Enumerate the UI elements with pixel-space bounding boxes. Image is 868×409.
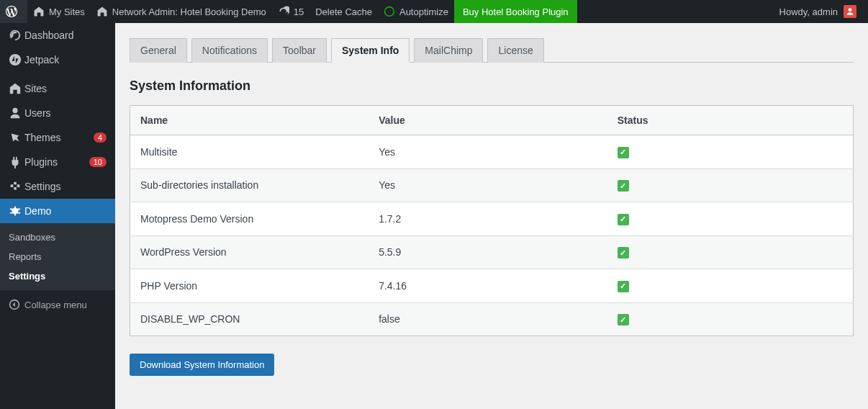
themes-icon	[9, 131, 24, 144]
cell-status: ✓	[607, 269, 854, 303]
sidebar-submenu-demo: Sandboxes Reports Settings	[0, 223, 115, 290]
themes-badge: 4	[94, 132, 107, 143]
wordpress-icon	[6, 6, 17, 17]
cell-status: ✓	[607, 235, 854, 269]
buy-plugin-label: Buy Hotel Booking Plugin	[463, 6, 569, 17]
sidebar-item-demo[interactable]: Demo	[0, 199, 115, 223]
table-row: WordPress Version5.5.9✓	[130, 235, 854, 269]
tab-general[interactable]: General	[130, 38, 187, 63]
tab-notifications[interactable]: Notifications	[191, 38, 268, 63]
system-info-table: Name Value Status MultisiteYes✓Sub-direc…	[130, 105, 854, 336]
settings-icon	[9, 180, 24, 193]
avatar	[844, 5, 856, 18]
check-icon: ✓	[618, 180, 629, 192]
demo-icon	[9, 204, 24, 217]
table-header-status: Status	[607, 106, 854, 135]
updates-count: 15	[294, 6, 304, 17]
table-row: MultisiteYes✓	[130, 135, 854, 169]
table-header-value: Value	[369, 106, 607, 135]
table-header-name: Name	[130, 106, 369, 135]
sidebar-item-settings[interactable]: Settings	[0, 174, 115, 199]
cell-value: Yes	[369, 168, 607, 202]
check-icon: ✓	[618, 314, 629, 325]
tab-license[interactable]: License	[487, 38, 543, 63]
svg-point-0	[385, 7, 394, 17]
updates-link[interactable]: 15	[272, 0, 309, 23]
plugins-icon	[9, 156, 24, 168]
network-admin-label: Network Admin: Hotel Booking Demo	[112, 6, 266, 17]
tab-system-info[interactable]: System Info	[331, 38, 410, 63]
table-row: PHP Version7.4.16✓	[130, 269, 854, 303]
collapse-icon	[9, 299, 24, 310]
cell-value: false	[369, 302, 607, 336]
jetpack-icon	[9, 53, 24, 66]
delete-cache-label: Delete Cache	[315, 6, 372, 17]
tab-toolbar[interactable]: Toolbar	[272, 38, 327, 63]
table-row: Motopress Demo Version1.7.2✓	[130, 202, 854, 236]
cell-status: ✓	[607, 168, 854, 202]
cell-name: Motopress Demo Version	[130, 202, 369, 236]
sidebar-item-label: Plugins	[24, 156, 86, 168]
cell-value: 5.5.9	[369, 235, 607, 269]
sidebar-item-label: Demo	[24, 205, 107, 217]
sidebar-item-themes[interactable]: Themes 4	[0, 125, 115, 150]
dashboard-icon	[9, 29, 24, 42]
sidebar-item-users[interactable]: Users	[0, 101, 115, 125]
collapse-label: Collapse menu	[24, 300, 87, 310]
settings-tabs: General Notifications Toolbar System Inf…	[130, 37, 854, 63]
submenu-item-settings[interactable]: Settings	[0, 266, 115, 286]
cell-status: ✓	[607, 202, 854, 236]
table-row: Sub-directories installationYes✓	[130, 168, 854, 202]
submenu-item-reports[interactable]: Reports	[0, 247, 115, 266]
cell-status: ✓	[607, 302, 854, 336]
admin-bar-left: My Sites Network Admin: Hotel Booking De…	[0, 0, 577, 23]
check-icon: ✓	[618, 147, 629, 158]
collapse-menu[interactable]: Collapse menu	[0, 293, 115, 316]
buy-plugin-button[interactable]: Buy Hotel Booking Plugin	[454, 0, 577, 23]
cell-value: Yes	[369, 135, 607, 169]
submenu-item-sandboxes[interactable]: Sandboxes	[0, 228, 115, 247]
autoptimize-label: Autoptimize	[399, 6, 448, 17]
check-icon: ✓	[618, 214, 629, 225]
howdy-user[interactable]: Howdy, admin	[774, 0, 862, 23]
check-icon: ✓	[618, 281, 629, 292]
sidebar-item-dashboard[interactable]: Dashboard	[0, 23, 115, 48]
sidebar-item-sites[interactable]: Sites	[0, 76, 115, 101]
sidebar-item-label: Themes	[24, 132, 91, 143]
autoptimize-icon	[384, 6, 395, 17]
network-admin-link[interactable]: Network Admin: Hotel Booking Demo	[91, 0, 272, 23]
my-sites-link[interactable]: My Sites	[27, 0, 91, 23]
delete-cache-link[interactable]: Delete Cache	[309, 0, 378, 23]
home-icon	[96, 6, 108, 17]
sidebar-item-label: Dashboard	[24, 30, 107, 41]
download-system-info-button[interactable]: Download System Information	[130, 354, 274, 376]
howdy-label: Howdy, admin	[779, 6, 838, 17]
sidebar-item-label: Settings	[24, 181, 107, 192]
sites-icon	[9, 82, 24, 95]
cell-status: ✓	[607, 135, 854, 169]
users-icon	[9, 107, 24, 120]
cell-name: DISABLE_WP_CRON	[130, 302, 369, 336]
home-icon	[33, 6, 45, 17]
sidebar-item-jetpack[interactable]: Jetpack	[0, 48, 115, 72]
cell-value: 7.4.16	[369, 269, 607, 303]
sidebar-item-label: Jetpack	[24, 54, 107, 66]
admin-bar-right: Howdy, admin	[774, 0, 868, 23]
refresh-icon	[278, 6, 289, 17]
cell-name: WordPress Version	[130, 235, 369, 269]
check-icon: ✓	[618, 247, 629, 259]
sidebar-item-plugins[interactable]: Plugins 10	[0, 150, 115, 174]
plugins-badge: 10	[89, 157, 107, 167]
my-sites-label: My Sites	[49, 6, 85, 17]
cell-name: Multisite	[130, 135, 369, 169]
sidebar-item-label: Sites	[24, 83, 107, 94]
sidebar-item-label: Users	[24, 107, 107, 119]
main-content: General Notifications Toolbar System Inf…	[115, 23, 868, 409]
tab-mailchimp[interactable]: MailChimp	[414, 38, 483, 63]
autoptimize-link[interactable]: Autoptimize	[378, 0, 454, 23]
svg-point-1	[9, 54, 21, 66]
cell-name: Sub-directories installation	[130, 168, 369, 202]
wp-logo[interactable]	[0, 0, 27, 23]
admin-bar: My Sites Network Admin: Hotel Booking De…	[0, 0, 868, 23]
table-row: DISABLE_WP_CRONfalse✓	[130, 302, 854, 336]
